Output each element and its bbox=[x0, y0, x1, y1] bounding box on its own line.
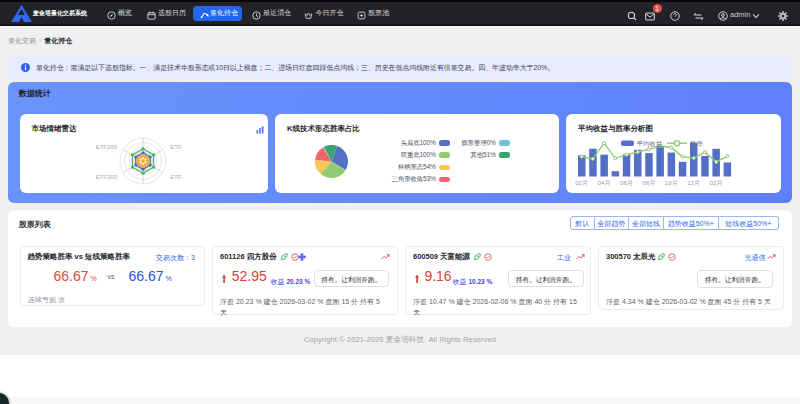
svg-text:02月: 02月 bbox=[575, 179, 588, 187]
svg-text:02月: 02月 bbox=[710, 179, 723, 187]
svg-text:平均收益: 平均收益 bbox=[637, 140, 664, 147]
svg-text:10月: 10月 bbox=[665, 179, 678, 187]
svg-text:ETF300: ETF300 bbox=[95, 174, 117, 180]
svg-text:ETF200: ETF200 bbox=[95, 144, 117, 150]
svg-text:ETF: ETF bbox=[170, 174, 182, 180]
svg-text:ETF: ETF bbox=[170, 144, 182, 150]
svg-text:08月: 08月 bbox=[642, 179, 655, 187]
svg-text:12月: 12月 bbox=[687, 179, 700, 187]
svg-text:04月: 04月 bbox=[598, 179, 611, 187]
svg-text:06月: 06月 bbox=[620, 179, 633, 187]
svg-text:胜率: 胜率 bbox=[689, 140, 704, 147]
